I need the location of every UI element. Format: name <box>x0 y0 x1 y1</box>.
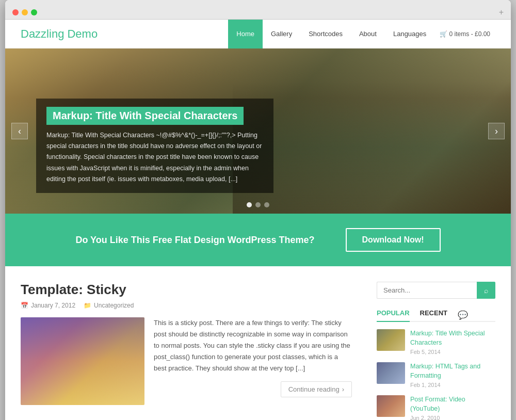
search-icon: ⌕ <box>484 286 488 295</box>
site-logo[interactable]: Dazzling Demo <box>21 27 228 41</box>
sidebar-thumb-3 <box>377 395 405 417</box>
post-category: 📁 Uncategorized <box>84 302 134 309</box>
continue-reading-button[interactable]: Continue reading › <box>281 381 352 397</box>
sidebar-post-date-1: Feb 5, 2014 <box>410 349 495 355</box>
post-date-text: January 7, 2012 <box>31 302 75 309</box>
sidebar-post-title-3[interactable]: Post Format: Video (YouTube) <box>410 395 495 413</box>
hero-slider: ‹ › Markup: Title With Special Character… <box>5 49 511 214</box>
download-button[interactable]: Download Now! <box>346 228 441 252</box>
post-meta: 📅 January 7, 2012 📁 Uncategorized <box>21 302 361 309</box>
main-content: Template: Sticky 📅 January 7, 2012 📁 Unc… <box>5 266 511 420</box>
hero-title: Markup: Title With Special Characters <box>46 107 244 125</box>
cta-banner: Do You Like This Free Flat Design WordPr… <box>5 214 511 266</box>
traffic-lights <box>12 9 37 15</box>
slider-dot-2[interactable] <box>255 202 261 207</box>
slider-prev-button[interactable]: ‹ <box>11 123 28 139</box>
post-date: 📅 January 7, 2012 <box>21 302 75 309</box>
main-nav: Home Gallery Shortcodes About Languages … <box>228 20 495 49</box>
nav-item-gallery[interactable]: Gallery <box>263 20 300 49</box>
sidebar-post-1: Markup: Title With Special Characters Fe… <box>377 329 495 355</box>
folder-icon: 📁 <box>84 302 91 309</box>
continue-arrow: › <box>342 385 344 393</box>
fullscreen-button[interactable] <box>31 9 37 15</box>
search-button[interactable]: ⌕ <box>477 282 495 299</box>
search-input[interactable] <box>377 282 477 299</box>
sidebar-post-info-2: Markup: HTML Tags and Formatting Feb 1, … <box>410 362 495 388</box>
tab-popular[interactable]: POPULAR <box>377 309 410 322</box>
comments-icon[interactable]: 💬 <box>458 310 468 320</box>
minimize-button[interactable] <box>22 9 28 15</box>
calendar-icon: 📅 <box>21 302 28 309</box>
nav-item-about[interactable]: About <box>351 20 385 49</box>
sidebar-thumb-1 <box>377 329 405 351</box>
nav-item-home[interactable]: Home <box>228 20 263 49</box>
slider-dot-1[interactable] <box>247 202 252 207</box>
slider-dots <box>247 202 269 207</box>
post-thumbnail <box>21 317 144 405</box>
expand-icon[interactable]: + <box>499 8 504 17</box>
posts-column: Template: Sticky 📅 January 7, 2012 📁 Unc… <box>21 282 361 420</box>
tab-recent[interactable]: RECENT <box>420 309 447 322</box>
slider-next-button[interactable]: › <box>488 123 505 139</box>
nav-item-shortcodes[interactable]: Shortcodes <box>300 20 351 49</box>
browser-chrome: + <box>5 0 511 20</box>
continue-label: Continue reading <box>288 385 340 393</box>
sidebar-post-info-3: Post Format: Video (YouTube) Jun 2, 2010 <box>410 395 495 420</box>
post-body: This is a sticky post. There are a few t… <box>21 317 361 405</box>
site-header: Dazzling Demo Home Gallery Shortcodes Ab… <box>5 20 511 49</box>
sidebar-post-title-1[interactable]: Markup: Title With Special Characters <box>410 329 495 347</box>
sidebar-tabs: POPULAR RECENT 💬 <box>377 309 495 322</box>
sidebar-post-title-2[interactable]: Markup: HTML Tags and Formatting <box>410 362 495 380</box>
browser-window: + Dazzling Demo Home Gallery Shortcodes … <box>5 0 511 420</box>
post-title: Template: Sticky <box>21 282 361 298</box>
sidebar: ⌕ POPULAR RECENT 💬 Markup: Title With Sp… <box>377 282 495 420</box>
slider-dot-3[interactable] <box>264 202 269 207</box>
sidebar-post-3: Post Format: Video (YouTube) Jun 2, 2010 <box>377 395 495 420</box>
cart-link[interactable]: 🛒 0 items - £0.00 <box>434 30 495 38</box>
search-box: ⌕ <box>377 282 495 299</box>
post-category-text: Uncategorized <box>94 302 134 309</box>
close-button[interactable] <box>12 9 19 15</box>
cta-text: Do You Like This Free Flat Design WordPr… <box>75 235 314 246</box>
sidebar-post-date-3: Jun 2, 2010 <box>410 415 495 420</box>
sidebar-post-date-2: Feb 1, 2014 <box>410 382 495 388</box>
sidebar-post-2: Markup: HTML Tags and Formatting Feb 1, … <box>377 362 495 388</box>
nav-item-languages[interactable]: Languages <box>385 20 434 49</box>
sidebar-post-info-1: Markup: Title With Special Characters Fe… <box>410 329 495 355</box>
post-excerpt: This is a sticky post. There are a few t… <box>154 317 352 374</box>
sidebar-thumb-2 <box>377 362 405 384</box>
hero-content: Markup: Title With Special Characters Ma… <box>36 99 273 193</box>
hero-excerpt: Markup: Title With Special Characters ~!… <box>46 130 263 185</box>
